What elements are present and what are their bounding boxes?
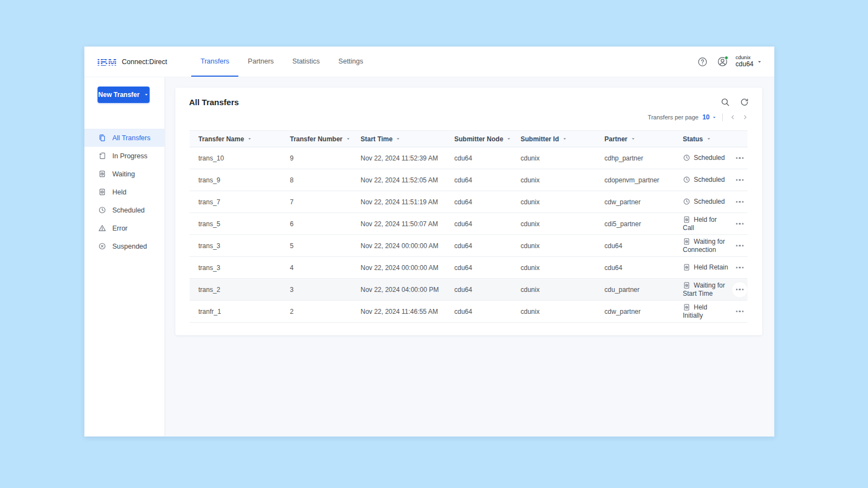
product-name: Connect:Direct [122, 58, 167, 66]
refresh-icon[interactable] [738, 95, 751, 109]
sidebar-item-in-progress[interactable]: In Progress [84, 147, 164, 165]
sidebar-item-label: In Progress [112, 152, 147, 160]
clock-icon [683, 154, 690, 162]
column-label: Transfer Number [290, 135, 342, 143]
sort-caret-icon [346, 136, 351, 141]
sidebar-item-error[interactable]: Error [84, 219, 164, 237]
cell-number: 9 [290, 154, 361, 162]
row-overflow-button[interactable] [732, 216, 747, 232]
cell-start-time: Nov 22, 2024 11:50:07 AM [361, 220, 454, 228]
row-overflow-button[interactable] [732, 282, 747, 297]
main-content: All Transfers Transfers per page [164, 77, 774, 437]
cell-status: Held Initially [683, 301, 729, 322]
table-header-row: Transfer NameTransfer NumberStart TimeSu… [190, 130, 747, 147]
sidebar-item-scheduled[interactable]: Scheduled [84, 201, 164, 219]
cell-submitter-id: cdunix [521, 264, 604, 272]
row-overflow-button[interactable] [732, 260, 747, 275]
sort-caret-icon [247, 136, 252, 141]
cell-start-time: Nov 22, 2024 11:52:39 AM [361, 154, 454, 162]
tab-transfers[interactable]: Transfers [191, 47, 238, 77]
column-label: Transfer Name [198, 135, 244, 143]
chevron-down-icon [144, 92, 149, 97]
chevron-down-icon [757, 59, 762, 65]
held-doc-icon [683, 263, 690, 271]
overflow-menu-icon [736, 311, 744, 312]
cell-name: trans_7 [190, 198, 290, 206]
cell-start-time: Nov 22, 2024 00:00:00 AM [361, 242, 454, 250]
cell-submitter-id: cdunix [521, 286, 604, 294]
transfers-table: Transfer NameTransfer NumberStart TimeSu… [190, 130, 747, 323]
cell-submitter-node: cdu64 [454, 198, 521, 206]
tab-settings[interactable]: Settings [329, 47, 373, 77]
search-icon[interactable] [718, 95, 732, 109]
overflow-menu-icon [736, 245, 744, 246]
column-header-transfer-number[interactable]: Transfer Number [290, 135, 361, 143]
column-header-partner[interactable]: Partner [604, 135, 683, 143]
user-menu[interactable]: cdunix cdu64 [735, 55, 762, 68]
user-avatar-icon[interactable] [717, 56, 728, 67]
row-overflow-button[interactable] [732, 238, 747, 254]
sidebar-item-label: All Transfers [112, 134, 150, 142]
row-overflow-button[interactable] [732, 304, 747, 319]
cell-partner: cdopenvm_partner [604, 176, 683, 184]
suspended-icon [98, 242, 106, 250]
table-row[interactable]: trans_34Nov 22, 2024 00:00:00 AMcdu64cdu… [190, 257, 747, 279]
cell-submitter-node: cdu64 [454, 220, 521, 228]
sidebar-item-all-transfers[interactable]: All Transfers [84, 129, 164, 147]
column-header-start-time[interactable]: Start Time [361, 135, 454, 143]
table-row[interactable]: trans_109Nov 22, 2024 11:52:39 AMcdu64cd… [190, 147, 747, 169]
sidebar-item-waiting[interactable]: Waiting [84, 165, 164, 183]
prev-page-button[interactable] [728, 113, 737, 122]
cell-submitter-node: cdu64 [454, 264, 521, 272]
row-overflow-button[interactable] [732, 173, 747, 188]
topbar-right: cdunix cdu64 [695, 47, 774, 77]
table-row[interactable]: trans_98Nov 22, 2024 11:52:05 AMcdu64cdu… [190, 169, 747, 191]
divider [722, 113, 723, 121]
column-header-status[interactable]: Status [683, 135, 729, 143]
sidebar-item-held[interactable]: Held [84, 183, 164, 201]
help-icon[interactable] [695, 55, 710, 69]
row-overflow-button[interactable] [732, 194, 747, 210]
page-title: All Transfers [189, 97, 239, 107]
tab-statistics[interactable]: Statistics [283, 47, 329, 77]
per-page-value: 10 [703, 113, 710, 121]
clock-icon [683, 198, 690, 205]
tab-partners[interactable]: Partners [238, 47, 283, 77]
cell-partner: cdu_partner [604, 286, 683, 294]
cell-submitter-id: cdunix [521, 176, 604, 184]
chevron-down-icon [712, 115, 717, 120]
all-transfers-icon [98, 134, 106, 142]
table-row[interactable]: trans_35Nov 22, 2024 00:00:00 AMcdu64cdu… [190, 235, 747, 257]
cell-start-time: Nov 22, 2024 11:51:19 AM [361, 198, 454, 206]
column-header-submitter-node[interactable]: Submitter Node [454, 135, 521, 143]
sidebar-item-suspended[interactable]: Suspended [84, 237, 164, 255]
cell-number: 7 [290, 198, 361, 206]
table-row[interactable]: trans_77Nov 22, 2024 11:51:19 AMcdu64cdu… [190, 191, 747, 213]
cell-start-time: Nov 22, 2024 11:46:55 AM [361, 308, 454, 315]
ibm-logo-icon: IBM [97, 56, 117, 67]
column-header-transfer-name[interactable]: Transfer Name [190, 135, 290, 143]
table-row[interactable]: trans_56Nov 22, 2024 11:50:07 AMcdu64cdu… [190, 213, 747, 235]
table-row[interactable]: trans_23Nov 22, 2024 04:00:00 PMcdu64cdu… [190, 279, 747, 301]
cell-number: 6 [290, 220, 361, 228]
card-tools [718, 95, 751, 109]
cell-submitter-id: cdunix [521, 154, 604, 162]
per-page-select[interactable]: 10 [703, 113, 717, 121]
column-label: Status [683, 135, 703, 143]
status-label: Scheduled [694, 154, 725, 162]
user-name: cdu64 [735, 61, 753, 68]
overflow-menu-icon [736, 201, 744, 203]
column-label: Submitter Node [454, 135, 503, 143]
sidebar-item-label: Suspended [112, 243, 147, 250]
column-header-submitter-id[interactable]: Submitter Id [521, 135, 604, 143]
table-row[interactable]: tranfr_12Nov 22, 2024 11:46:55 AMcdu64cd… [190, 301, 747, 323]
cell-number: 2 [290, 308, 361, 315]
cell-submitter-node: cdu64 [454, 154, 521, 162]
brand: IBM Connect:Direct [84, 47, 167, 77]
new-transfer-button[interactable]: New Transfer [98, 87, 150, 103]
overflow-menu-icon [736, 157, 744, 159]
next-page-button[interactable] [741, 113, 750, 122]
row-overflow-button[interactable] [732, 151, 747, 166]
cell-number: 4 [290, 264, 361, 272]
clock-icon [683, 176, 690, 183]
